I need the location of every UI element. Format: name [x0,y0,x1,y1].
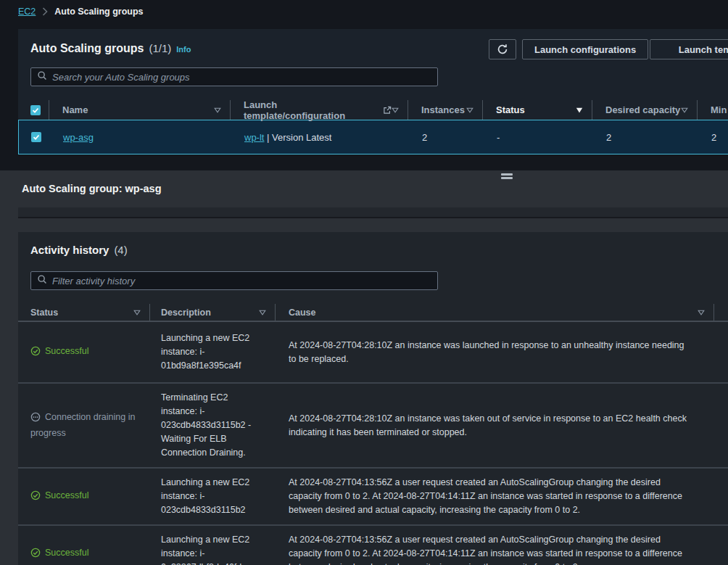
cause-text: At 2024-08-27T04:13:56Z a user request c… [276,469,714,524]
status-label: Successful [45,548,88,558]
page-title: Auto Scaling groups [30,42,144,55]
refresh-icon [497,44,508,55]
asg-table: Name Launch template/configuration Insta… [18,100,728,154]
activity-filter-input[interactable] [52,276,431,286]
column-header-status[interactable]: Status [483,100,592,120]
info-link[interactable]: Info [176,45,191,54]
external-link-icon [383,106,392,115]
sort-icon[interactable] [698,310,705,316]
description-text: Launching a new EC2 instance: i-01bd9a8f… [150,324,276,380]
select-all-checkbox[interactable] [30,105,41,115]
column-header-cause[interactable]: Cause [276,304,714,321]
activity-history-title: Activity history [30,244,109,256]
sort-icon[interactable] [576,107,583,113]
pending-icon [30,412,41,426]
success-icon [30,548,41,562]
cause-text: At 2024-08-27T04:28:10Z an instance was … [276,331,714,374]
activity-table-header: Status Description Cause [18,304,728,322]
asg-search-box[interactable] [30,67,438,86]
breadcrumb: EC2 Auto Scaling groups [18,7,144,17]
activity-row[interactable]: Successful Launching a new EC2 instance:… [18,469,728,526]
cell-launch-template: wp-lt | Version Latest [231,132,409,143]
cell-instances: 2 [409,132,484,143]
search-icon [37,70,47,83]
description-text: Launching a new EC2 instance: i-023cdb48… [150,469,276,524]
sort-icon[interactable] [392,107,399,113]
row-checkbox[interactable] [31,132,41,142]
status-label: Connection draining in progress [30,412,135,438]
success-icon [30,346,41,360]
cell-min: 2 [698,132,728,143]
activity-table: Status Description Cause Successful Laun… [18,304,728,565]
breadcrumb-current: Auto Scaling groups [54,7,143,17]
asg-counter: (1/1) [149,42,171,54]
activity-row[interactable]: Connection draining in progress Terminat… [18,384,728,469]
description-text: Launching a new EC2 instance: i-0a38867d… [150,526,276,565]
column-header-desired-capacity[interactable]: Desired capacity [592,100,698,120]
activity-row[interactable]: Successful Launching a new EC2 instance:… [18,322,728,384]
success-icon [30,490,41,505]
sort-icon[interactable] [133,310,141,316]
cell-name: wp-asg [50,132,231,143]
cause-text: At 2024-08-27T04:28:10Z an instance was … [276,405,714,447]
column-header-min[interactable]: Min [698,100,728,120]
launch-configurations-button[interactable]: Launch configurations [522,39,648,59]
asg-card-header: Auto Scaling groups (1/1) Info Launch co… [18,29,728,67]
activity-history-card: Activity history (4) Status Description [18,232,728,565]
split-panel: Auto Scaling group: wp-asg Activity hist… [0,170,728,565]
column-header-status[interactable]: Status [18,304,150,321]
refresh-button[interactable] [489,39,516,59]
asg-table-row[interactable]: wp-asg wp-lt | Version Latest 2 - 2 2 [18,120,728,154]
activity-counter: (4) [114,244,127,256]
sort-icon[interactable] [214,107,221,113]
sort-icon[interactable] [681,107,688,113]
launch-template-link[interactable]: wp-lt [244,132,264,143]
status-label: Successful [45,346,88,356]
description-text: Terminating EC2 instance: i-023cdb4833d3… [150,384,276,467]
cell-status: - [484,132,593,143]
column-header-launch-template[interactable]: Launch template/configuration [231,100,408,120]
status-label: Successful [45,490,88,500]
asg-search-input[interactable] [52,72,431,83]
launch-templates-button[interactable]: Launch templates [650,39,728,59]
column-header-instances[interactable]: Instances [408,100,483,120]
column-header-spacer [714,304,728,321]
sort-icon[interactable] [259,310,266,316]
split-panel-drag-handle[interactable] [501,173,513,181]
cell-desired-capacity: 2 [593,132,698,143]
select-all-cell [18,100,49,120]
sort-icon[interactable] [466,107,473,113]
activity-filter-box[interactable] [30,271,438,290]
cause-text: At 2024-08-27T04:13:56Z a user request c… [276,526,714,565]
launch-template-version: | Version Latest [264,132,331,143]
search-icon [37,274,47,287]
asg-table-header: Name Launch template/configuration Insta… [18,100,728,120]
column-header-description[interactable]: Description [150,304,276,321]
column-header-name[interactable]: Name [49,100,231,120]
details-card-edge [18,207,728,218]
row-select-cell [19,132,50,142]
activity-row[interactable]: Successful Launching a new EC2 instance:… [18,526,728,565]
asg-list-card: Auto Scaling groups (1/1) Info Launch co… [18,29,728,154]
asg-name-link[interactable]: wp-asg [63,132,94,143]
chevron-right-icon [42,7,48,16]
breadcrumb-link-ec2[interactable]: EC2 [18,7,36,17]
split-panel-title: Auto Scaling group: wp-asg [22,183,162,194]
